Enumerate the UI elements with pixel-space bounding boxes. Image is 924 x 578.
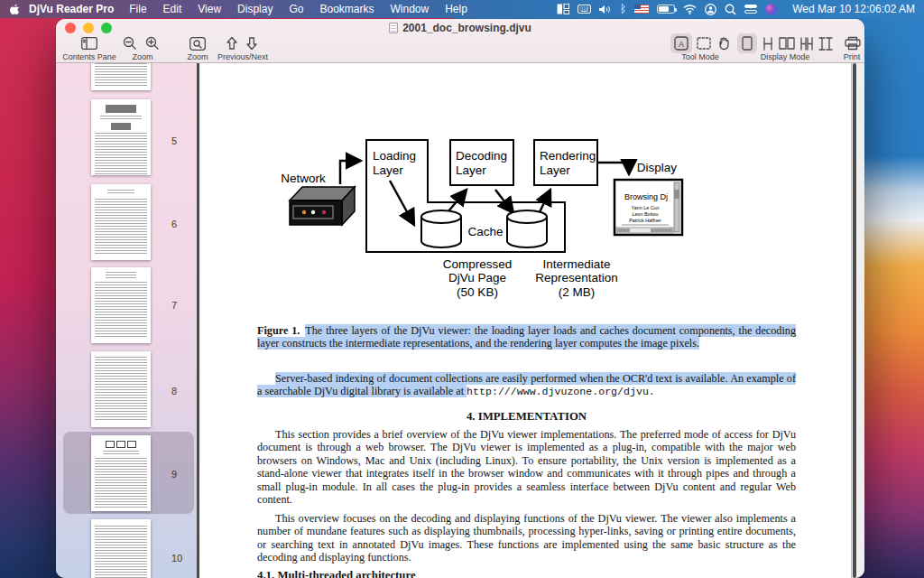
facing-pages-mode-button[interactable] <box>777 33 797 53</box>
app-window: 2001_doc_browsing.djvu Contents Pane Zoo… <box>56 19 864 578</box>
control-center-icon[interactable] <box>744 3 757 15</box>
svg-text:Patrick Haffner: Patrick Haffner <box>629 218 661 223</box>
spotlight-search-icon[interactable] <box>725 3 736 15</box>
svg-text:Intermediate: Intermediate <box>542 257 610 271</box>
svg-text:Layer: Layer <box>540 163 570 177</box>
thumbnail-page-10[interactable] <box>91 519 151 578</box>
bluetooth-icon[interactable]: ᛒ <box>620 3 626 15</box>
cache-cylinder-2 <box>507 210 547 247</box>
djvuzone-url[interactable]: http:///www.djvuzone.org/djvu. <box>467 386 655 397</box>
hand-tool-button[interactable] <box>714 33 734 53</box>
side-by-side-mode-button[interactable] <box>817 33 835 53</box>
page-number-7: 7 <box>171 300 193 311</box>
svg-text:Layer: Layer <box>373 163 403 177</box>
menu-app-name[interactable]: DjVu Reader Pro <box>29 3 114 15</box>
svg-text:Rendering: Rendering <box>540 149 596 163</box>
print-button[interactable] <box>843 33 863 53</box>
menu-view[interactable]: View <box>189 3 229 15</box>
menu-window[interactable]: Window <box>382 3 437 15</box>
wifi-icon[interactable] <box>683 3 697 15</box>
next-page-button[interactable] <box>244 33 260 53</box>
window-body: 5 6 7 8 <box>56 63 864 578</box>
continuous-mode-button[interactable] <box>760 33 776 53</box>
thumbnail-page-6[interactable] <box>91 184 151 260</box>
svg-text:Representation: Representation <box>535 271 618 284</box>
selected-paragraph[interactable]: Server-based indexing of document collec… <box>257 372 796 399</box>
svg-text:Yann Le Cun: Yann Le Cun <box>631 205 659 210</box>
print-label: Print <box>844 52 861 61</box>
window-chrome: 2001_doc_browsing.djvu Contents Pane Zoo… <box>56 19 864 63</box>
page-number-5: 5 <box>171 135 193 146</box>
cache-cylinder-1 <box>421 210 461 247</box>
menu-bookmarks[interactable]: Bookmarks <box>311 3 382 15</box>
svg-text:Leon Bottou: Leon Bottou <box>632 211 658 217</box>
figure-caption-label: Figure 1. <box>257 324 300 337</box>
siri-icon[interactable] <box>765 4 777 15</box>
facing-continuous-mode-button[interactable] <box>798 33 816 53</box>
menu-bar: DjVu Reader Pro File Edit View Display G… <box>0 0 924 18</box>
subsection-heading-partial[interactable]: 4.1. Multi-threaded architecture <box>257 569 416 578</box>
svg-text:(2 MB): (2 MB) <box>559 285 596 299</box>
thumbnail-page-7[interactable] <box>91 267 151 343</box>
input-source-flag-icon[interactable] <box>634 5 649 14</box>
zoom-out-button[interactable] <box>121 33 139 53</box>
svg-text:A: A <box>679 40 684 49</box>
vertical-scrollbar-track[interactable] <box>851 63 864 578</box>
account-icon[interactable] <box>705 3 716 15</box>
thumbnails-sidebar: 5 6 7 8 <box>56 63 197 578</box>
document-page: Network <box>199 63 851 578</box>
svg-text:Cache: Cache <box>467 225 503 238</box>
svg-text:Layer: Layer <box>456 163 486 177</box>
page-number-10: 10 <box>171 553 193 564</box>
menu-go[interactable]: Go <box>281 3 311 15</box>
prev-next-label: Previous/Next <box>217 52 268 61</box>
zoom-group-label: Zoom <box>132 52 152 61</box>
contents-pane-button[interactable] <box>79 33 99 53</box>
menu-help[interactable]: Help <box>437 3 476 15</box>
page-number-6: 6 <box>171 219 193 229</box>
page-number-9: 9 <box>171 469 193 480</box>
keyboard-icon[interactable] <box>578 3 591 15</box>
network-device-icon <box>290 187 355 225</box>
thumbnail-page-9-selected[interactable] <box>91 435 151 511</box>
window-tiling-icon[interactable] <box>557 3 569 15</box>
zoom-in-button[interactable] <box>143 33 162 53</box>
svg-text:Compressed: Compressed <box>443 257 513 271</box>
figure-1-diagram: Network <box>263 130 698 303</box>
marquee-zoom-button[interactable] <box>188 33 208 53</box>
window-title: 2001_doc_browsing.djvu <box>402 22 531 34</box>
browser-window-mockup: Browsing Dj Yann Le Cun Leon Bottou Patr… <box>614 180 682 235</box>
svg-text:Network: Network <box>281 172 326 185</box>
battery-icon[interactable] <box>657 5 675 14</box>
figure-caption-highlighted-text: The three layers of the DjVu viewer: the… <box>257 324 796 350</box>
thumbnail-page-4-partial[interactable] <box>91 63 151 90</box>
menu-display[interactable]: Display <box>229 3 281 15</box>
tool-mode-label: Tool Mode <box>681 52 719 61</box>
svg-text:Decoding: Decoding <box>456 149 507 163</box>
figure-caption[interactable]: Figure 1.The three layers of the DjVu vi… <box>257 324 796 350</box>
marquee-select-tool-button[interactable] <box>694 33 714 53</box>
menu-edit[interactable]: Edit <box>155 3 190 15</box>
svg-text:(50 KB): (50 KB) <box>457 285 498 299</box>
single-page-mode-button[interactable] <box>737 33 757 53</box>
vertical-scrollbar-thumb[interactable] <box>853 63 856 578</box>
document-proxy-icon <box>389 23 398 33</box>
apple-menu-icon[interactable] <box>9 4 20 15</box>
svg-text:Browsing Dj: Browsing Dj <box>624 192 668 201</box>
text-select-tool-button[interactable]: A <box>670 33 692 53</box>
svg-text:Loading: Loading <box>373 149 416 163</box>
svg-text:DjVu Page: DjVu Page <box>448 271 506 284</box>
section-heading[interactable]: 4. IMPLEMENTATION <box>257 410 796 424</box>
menu-file[interactable]: File <box>121 3 154 15</box>
volume-icon[interactable] <box>599 3 612 15</box>
thumbnail-page-5[interactable] <box>91 99 151 175</box>
body-paragraph-2[interactable]: This overview focuses on the decoding an… <box>257 512 796 564</box>
marquee-zoom-label: Zoom <box>187 52 208 61</box>
menu-clock[interactable]: Wed Mar 10 12:06:02 AM <box>792 3 915 15</box>
page-number-8: 8 <box>171 386 193 396</box>
mini-diagram <box>95 441 147 448</box>
desktop: DjVu Reader Pro File Edit View Display G… <box>0 0 924 578</box>
thumbnail-page-8[interactable] <box>91 351 151 427</box>
previous-page-button[interactable] <box>224 33 240 53</box>
body-paragraph-1[interactable]: This section provides a brief overview o… <box>257 428 796 506</box>
